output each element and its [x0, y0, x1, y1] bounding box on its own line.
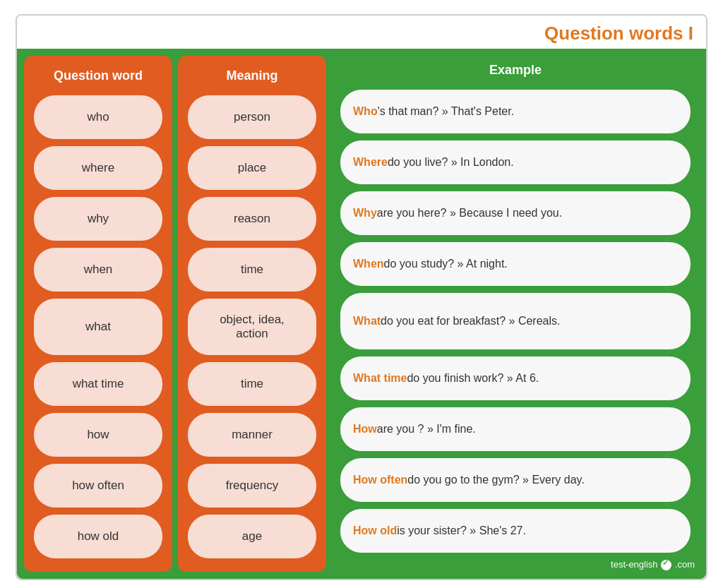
list-item: How are you ? » I'm fine.: [340, 407, 691, 451]
list-item: who: [34, 95, 162, 139]
keyword: When: [353, 258, 384, 270]
footer: test-english ✓ .com: [335, 556, 696, 572]
title-bar: Question words I: [17, 16, 706, 49]
example-text: are you ? » I'm fine.: [377, 423, 476, 436]
list-item: why: [34, 197, 162, 241]
list-item: What do you eat for breakfast? » Cereals…: [340, 293, 691, 349]
list-item: what: [34, 299, 162, 355]
table-wrapper: Question word who where why when what wh…: [17, 49, 706, 579]
list-item: object, idea, action: [188, 299, 316, 355]
list-item: person: [188, 95, 316, 139]
example-text: 's that man? » That's Peter.: [378, 105, 514, 118]
footer-text: test-english ✓ .com: [611, 559, 695, 570]
list-item: Where do you live? » In London.: [340, 140, 691, 184]
list-item: Who's that man? » That's Peter.: [340, 90, 691, 133]
list-item: how often: [34, 464, 162, 508]
list-item: How old is your sister? » She's 27.: [340, 509, 691, 553]
list-item: manner: [188, 413, 316, 457]
col-meaning-header: Meaning: [182, 61, 322, 92]
list-item: when: [34, 248, 162, 292]
keyword: Where: [353, 156, 388, 169]
keyword: How: [353, 423, 377, 436]
keyword: What: [353, 315, 381, 328]
list-item: When do you study? » At night.: [340, 242, 691, 286]
example-text: do you study? » At night.: [384, 258, 508, 270]
page-title: Question words I: [544, 23, 693, 44]
list-item: time: [188, 362, 316, 406]
list-item: How often do you go to the gym? » Every …: [340, 458, 691, 502]
example-text: do you live? » In London.: [388, 156, 514, 169]
col-question-header: Question word: [28, 61, 168, 92]
check-icon: ✓: [661, 560, 671, 570]
keyword: What time: [353, 372, 407, 385]
example-text: do you go to the gym? » Every day.: [407, 474, 585, 486]
col-example: Example Who's that man? » That's Peter. …: [332, 56, 699, 572]
list-item: place: [188, 146, 316, 190]
example-text: are you here? » Because I need you.: [377, 207, 562, 220]
list-item: how old: [34, 515, 162, 558]
list-item: time: [188, 248, 316, 292]
list-item: age: [188, 515, 316, 558]
list-item: frequency: [188, 464, 316, 508]
col-meaning: Meaning person place reason time object,…: [178, 56, 326, 572]
keyword: Who: [353, 105, 378, 118]
list-item: how: [34, 413, 162, 457]
main-container: Question words I Question word who where…: [16, 14, 707, 580]
keyword: How old: [353, 524, 397, 537]
col-example-header: Example: [335, 56, 696, 86]
keyword: How often: [353, 474, 407, 486]
example-text: is your sister? » She's 27.: [397, 524, 526, 537]
list-item: reason: [188, 197, 316, 241]
col-question-word: Question word who where why when what wh…: [24, 56, 172, 572]
list-item: where: [34, 146, 162, 190]
footer-domain: .com: [675, 559, 695, 570]
list-item: What time do you finish work? » At 6.: [340, 356, 691, 400]
example-text: do you finish work? » At 6.: [407, 372, 539, 385]
keyword: Why: [353, 207, 377, 220]
list-item: Why are you here? » Because I need you.: [340, 191, 691, 235]
footer-brand: test-english: [611, 559, 657, 570]
example-text: do you eat for breakfast? » Cereals.: [381, 315, 560, 328]
list-item: what time: [34, 362, 162, 406]
